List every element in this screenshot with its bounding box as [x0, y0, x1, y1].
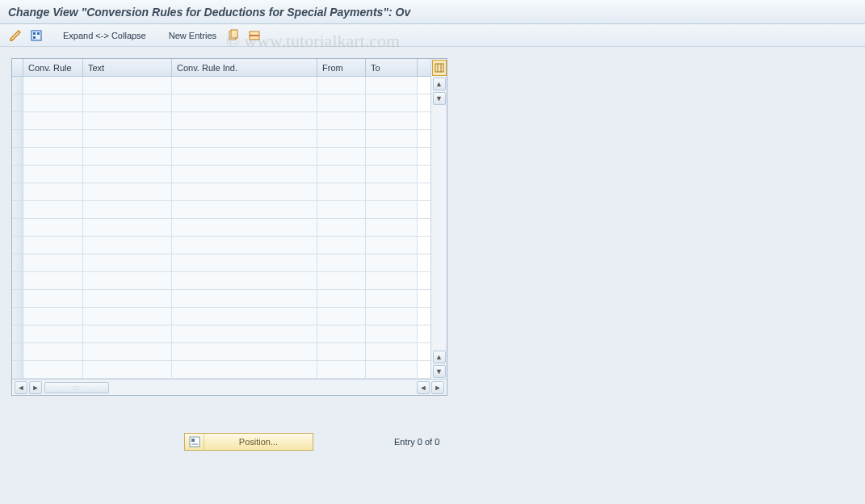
cell-text[interactable] — [83, 77, 172, 94]
cell-conv-rule[interactable] — [23, 183, 83, 200]
table-row[interactable] — [12, 237, 430, 254]
table-row[interactable] — [12, 77, 430, 94]
scroll-left-start-icon[interactable]: ◄ — [15, 381, 27, 394]
cell-from[interactable] — [317, 130, 366, 147]
row-selector-header[interactable] — [12, 59, 23, 76]
toggle-edit-icon[interactable] — [8, 28, 23, 43]
scroll-right-end-icon[interactable]: ► — [431, 381, 444, 394]
scroll-right-start-icon[interactable]: ► — [29, 381, 42, 394]
table-row[interactable] — [12, 219, 430, 237]
cell-conv-rule[interactable] — [23, 201, 83, 218]
table-row[interactable] — [12, 148, 430, 166]
cell-conv-rule-ind[interactable] — [172, 272, 317, 289]
cell-to[interactable] — [366, 361, 418, 378]
cell-from[interactable] — [317, 237, 366, 254]
cell-to[interactable] — [366, 166, 418, 183]
cell-from[interactable] — [317, 343, 366, 360]
cell-from[interactable] — [317, 290, 366, 307]
cell-text[interactable] — [83, 308, 172, 325]
cell-text[interactable] — [83, 148, 172, 165]
cell-from[interactable] — [317, 183, 366, 200]
table-row[interactable] — [12, 361, 430, 379]
cell-to[interactable] — [366, 308, 418, 325]
new-entries-button[interactable]: New Entries — [166, 29, 220, 42]
scroll-up-icon[interactable]: ▲ — [433, 78, 446, 90]
cell-conv-rule-ind[interactable] — [172, 361, 317, 378]
cell-conv-rule-ind[interactable] — [172, 219, 317, 236]
cell-from[interactable] — [317, 272, 366, 289]
cell-from[interactable] — [317, 219, 366, 236]
cell-conv-rule-ind[interactable] — [172, 130, 317, 147]
row-selector[interactable] — [12, 272, 23, 289]
table-settings-icon[interactable] — [432, 60, 447, 76]
hscroll-track[interactable]: ::: — [44, 382, 157, 393]
cell-text[interactable] — [83, 326, 172, 342]
row-selector[interactable] — [12, 254, 23, 271]
row-selector[interactable] — [12, 290, 23, 307]
cell-conv-rule-ind[interactable] — [172, 94, 317, 111]
cell-to[interactable] — [366, 219, 418, 236]
cell-conv-rule[interactable] — [23, 308, 83, 325]
row-selector[interactable] — [12, 219, 23, 236]
row-selector[interactable] — [12, 166, 23, 183]
cell-to[interactable] — [366, 290, 418, 307]
cell-conv-rule-ind[interactable] — [172, 290, 317, 307]
cell-from[interactable] — [317, 326, 366, 342]
cell-to[interactable] — [366, 77, 418, 94]
scroll-left-end-icon[interactable]: ◄ — [417, 381, 430, 394]
cell-conv-rule[interactable] — [23, 237, 83, 254]
cell-conv-rule-ind[interactable] — [172, 237, 317, 254]
cell-conv-rule[interactable] — [23, 254, 83, 271]
cell-text[interactable] — [83, 237, 172, 254]
cell-to[interactable] — [366, 237, 418, 254]
table-row[interactable] — [12, 308, 430, 326]
cell-conv-rule-ind[interactable] — [172, 166, 317, 183]
cell-to[interactable] — [366, 201, 418, 218]
table-row[interactable] — [12, 272, 430, 290]
cell-to[interactable] — [366, 326, 418, 342]
cell-conv-rule[interactable] — [23, 343, 83, 360]
cell-to[interactable] — [366, 148, 418, 165]
cell-from[interactable] — [317, 166, 366, 183]
selection-criteria-icon[interactable] — [29, 28, 44, 43]
col-header-conv-rule-ind[interactable]: Conv. Rule Ind. — [172, 59, 317, 76]
cell-text[interactable] — [83, 361, 172, 378]
scroll-down-bottom-icon[interactable]: ▼ — [433, 365, 446, 378]
expand-collapse-button[interactable]: Expand <-> Collapse — [60, 29, 149, 42]
cell-conv-rule[interactable] — [23, 148, 83, 165]
col-header-to[interactable]: To — [366, 59, 418, 76]
cell-text[interactable] — [83, 112, 172, 129]
cell-conv-rule[interactable] — [23, 166, 83, 183]
cell-text[interactable] — [83, 130, 172, 147]
cell-conv-rule-ind[interactable] — [172, 308, 317, 325]
scroll-up-bottom-icon[interactable]: ▲ — [433, 351, 446, 363]
cell-text[interactable] — [83, 290, 172, 307]
cell-from[interactable] — [317, 112, 366, 129]
col-header-conv-rule[interactable]: Conv. Rule — [23, 59, 83, 76]
table-row[interactable] — [12, 166, 430, 183]
cell-conv-rule[interactable] — [23, 77, 83, 94]
col-header-text[interactable]: Text — [83, 59, 172, 76]
cell-text[interactable] — [83, 166, 172, 183]
cell-to[interactable] — [366, 112, 418, 129]
delimit-icon[interactable] — [247, 28, 262, 43]
row-selector[interactable] — [12, 201, 23, 218]
table-row[interactable] — [12, 290, 430, 308]
row-selector[interactable] — [12, 77, 23, 94]
row-selector[interactable] — [12, 308, 23, 325]
cell-conv-rule[interactable] — [23, 361, 83, 378]
col-header-from[interactable]: From — [317, 59, 366, 76]
cell-conv-rule-ind[interactable] — [172, 148, 317, 165]
cell-text[interactable] — [83, 219, 172, 236]
cell-text[interactable] — [83, 201, 172, 218]
cell-conv-rule[interactable] — [23, 219, 83, 236]
cell-from[interactable] — [317, 254, 366, 271]
cell-from[interactable] — [317, 361, 366, 378]
hscroll-thumb[interactable]: ::: — [44, 382, 109, 393]
row-selector[interactable] — [12, 130, 23, 147]
row-selector[interactable] — [12, 361, 23, 378]
scroll-down-icon[interactable]: ▼ — [433, 92, 446, 105]
cell-to[interactable] — [366, 343, 418, 360]
table-row[interactable] — [12, 254, 430, 272]
cell-conv-rule-ind[interactable] — [172, 201, 317, 218]
